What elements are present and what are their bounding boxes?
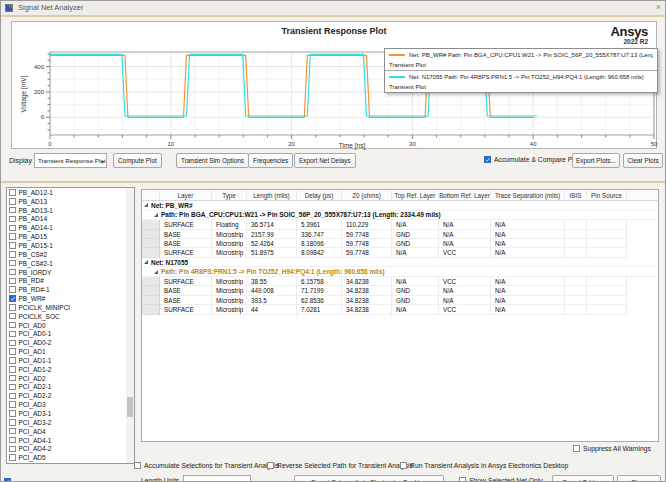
checkbox-icon[interactable] [9,198,16,205]
checkbox-icon[interactable] [9,384,16,391]
checkbox-icon[interactable] [9,340,16,347]
net-list-item[interactable]: PB_RD# [7,276,134,285]
clear-plots-button[interactable]: Clear Plots [623,153,663,168]
checkbox-icon[interactable] [9,286,16,293]
column-header[interactable]: Top Ref. Layer [392,190,439,200]
net-list-item[interactable]: PCI_AD1-2 [7,365,134,374]
checkbox-icon[interactable] [400,462,407,469]
checkbox-icon[interactable] [9,348,16,355]
expander-icon[interactable] [144,203,148,207]
net-group-row[interactable]: Net: PB_WR# [142,201,658,211]
checkbox-icon[interactable] [9,454,16,461]
run-transient-checkbox[interactable]: Run Transient Analysis in Ansys Electron… [400,462,568,469]
checkbox-icon[interactable] [573,445,580,452]
close-icon[interactable]: × [656,2,661,12]
checkbox-icon[interactable] [9,295,16,302]
checkbox-icon[interactable] [9,366,16,373]
frequencies-button[interactable]: Frequencies [248,153,293,168]
checkbox-icon[interactable] [459,477,466,482]
checkbox-icon[interactable] [9,269,16,276]
show-selected-net-checkbox[interactable]: Show Selected Net Only [459,477,543,482]
column-header[interactable]: Delay (ps) [297,190,342,200]
net-list-scrollbar[interactable] [126,188,134,463]
checkbox-icon[interactable] [9,401,16,408]
checkbox-icon[interactable] [9,278,16,285]
checkbox-icon[interactable] [9,446,16,453]
net-list-item[interactable]: PCI_AD4-1 [7,436,134,445]
checkbox-icon[interactable] [9,225,16,232]
net-list-item[interactable]: PCI_AD3-2 [7,418,134,427]
column-header[interactable]: Layer [160,190,212,200]
net-list-item[interactable]: PB_RD#-1 [7,285,134,294]
net-list-item[interactable]: PB_CS#2-1 [7,259,134,268]
column-header[interactable]: Length (mils) [247,190,297,200]
expander-icon[interactable] [154,270,158,274]
checkbox-icon[interactable] [9,410,16,417]
net-group-row[interactable]: Net: N17055 [142,258,658,268]
net-list-item[interactable]: PB_IORDY [7,268,134,277]
column-header[interactable]: Z0 (ohms) [342,190,392,200]
column-header[interactable]: Type [212,190,247,200]
suppress-warnings-checkbox[interactable]: Suppress All Warnings [573,445,651,452]
net-list-item[interactable]: PCICLK_MINIPCI [7,303,134,312]
net-list-item[interactable]: PB_CS#2 [7,250,134,259]
net-list-item[interactable]: PB_AD14-1 [7,223,134,232]
net-list-item[interactable]: PCI_AD3 [7,400,134,409]
checkbox-icon[interactable] [9,251,16,258]
checkbox-icon[interactable] [9,216,16,223]
net-list-item[interactable]: PCI_AD4 [7,427,134,436]
checkbox-icon[interactable] [9,375,16,382]
checkbox-icon[interactable] [9,313,16,320]
net-list-item[interactable]: PB_AD14 [7,215,134,224]
column-header[interactable]: Trace Separation (mils) [491,190,565,200]
checkbox-icon[interactable] [9,331,16,338]
export-net-delays-button[interactable]: Export Net Delays [294,153,356,168]
net-list-item[interactable]: PB_AD13 [7,197,134,206]
checkbox-icon[interactable] [267,462,274,469]
display-dropdown[interactable]: Transient Response Plot ▾ [34,153,107,168]
checkbox-icon[interactable] [9,207,16,214]
path-group-row[interactable]: Path: Pin 4R8PS:PRN1:5 -> Pin TO252_H94:… [142,267,658,277]
column-header[interactable]: Pin Source [587,190,627,200]
checkbox-icon[interactable] [9,419,16,426]
accumulate-selections-checkbox[interactable]: Accumulate Selections for Transient Anal… [134,462,279,469]
checkbox-icon[interactable] [9,189,16,196]
export-plots-button[interactable]: Export Plots... [572,153,620,168]
checkbox-icon[interactable] [9,357,16,364]
net-list-item[interactable]: PCI_AD3-1 [7,409,134,418]
partial-checkbox[interactable] [4,478,11,482]
accumulate-compare-checkbox[interactable]: Accumulate & Compare Plots [484,156,583,163]
net-list-item[interactable]: PB_AD15-1 [7,241,134,250]
net-list-item[interactable]: PB_AD13-1 [7,206,134,215]
scrollbar-thumb[interactable] [127,397,133,417]
reverse-path-checkbox[interactable]: Reverse Selected Path for Transient Anal… [267,462,413,469]
net-list-item[interactable]: PCICLK_SOC [7,312,134,321]
checkbox-icon[interactable] [9,260,16,267]
net-list-item[interactable]: PCI_AD0-2 [7,338,134,347]
checkbox-icon[interactable] [9,393,16,400]
checkbox-icon[interactable] [484,156,491,163]
net-list-item[interactable]: PCI_AD2-2 [7,391,134,400]
path-group-row[interactable]: Path: Pin BGA_CPU:CPU1:W21 -> Pin SOIC_5… [142,211,658,221]
expander-icon[interactable] [144,260,148,264]
transient-sim-options-button[interactable]: Transient Sim Options [176,153,249,168]
net-list-item[interactable]: PCI_AD1-1 [7,356,134,365]
net-list-item[interactable]: PB_AD15 [7,232,134,241]
net-list-item[interactable]: PCI_AD1 [7,347,134,356]
net-list-item[interactable]: PCI_AD2 [7,374,134,383]
expander-icon[interactable] [154,213,158,217]
net-list-item[interactable]: PB_WR# [7,294,134,303]
checkbox-icon[interactable] [9,437,16,444]
compute-plot-button[interactable]: Compute Plot [113,153,162,168]
net-list-item[interactable]: PCI_AD0-1 [7,330,134,339]
checkbox-icon[interactable] [9,428,16,435]
net-list-item[interactable]: PCI_AD2-1 [7,383,134,392]
net-list-item[interactable]: PCI_AD0 [7,321,134,330]
column-header[interactable]: IBIS [565,190,587,200]
checkbox-icon[interactable] [134,462,141,469]
net-list-item[interactable]: PCI_AD4-2 [7,444,134,453]
net-list-item[interactable]: PB_AD12-1 [7,188,134,197]
column-header[interactable]: Bottom Ref. Layer [439,190,491,200]
checkbox-icon[interactable] [9,322,16,329]
checkbox-icon[interactable] [9,242,16,249]
